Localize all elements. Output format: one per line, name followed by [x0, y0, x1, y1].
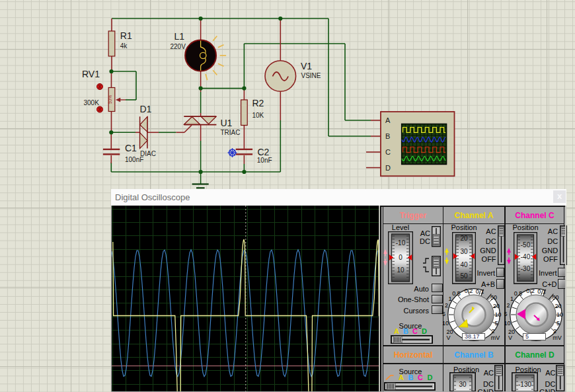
svg-text:10nF: 10nF: [257, 157, 272, 164]
svg-text:-50: -50: [521, 241, 531, 249]
svg-text:VSINE: VSINE: [301, 72, 321, 79]
svg-text:20: 20: [460, 235, 468, 242]
svg-text:B: B: [385, 132, 390, 140]
svg-text:C: C: [385, 148, 391, 156]
svg-text:50%: 50%: [108, 95, 112, 104]
svg-text:V1: V1: [301, 61, 312, 71]
svg-text:D: D: [385, 164, 391, 172]
svg-text:U1: U1: [221, 118, 233, 128]
svg-text:D1: D1: [140, 104, 152, 114]
svg-text:TRIAC: TRIAC: [221, 129, 241, 136]
svg-text:300K: 300K: [84, 99, 100, 106]
svg-text:50: 50: [460, 272, 468, 280]
svg-text:-30: -30: [521, 265, 531, 272]
svg-text:220V: 220V: [171, 43, 186, 50]
svg-text:L1: L1: [174, 31, 185, 42]
svg-text:R1: R1: [120, 30, 132, 41]
svg-text:C1: C1: [125, 143, 137, 153]
svg-text:30: 30: [460, 248, 468, 255]
svg-text:4k: 4k: [120, 42, 128, 50]
svg-text:A: A: [385, 116, 391, 124]
svg-text:10: 10: [397, 266, 405, 274]
svg-text:10K: 10K: [252, 112, 264, 119]
svg-text:R2: R2: [252, 98, 264, 108]
svg-text:0: 0: [399, 254, 402, 261]
svg-text:30: 30: [459, 381, 467, 388]
svg-text:RV1: RV1: [82, 69, 100, 79]
svg-text:-40: -40: [521, 253, 531, 260]
svg-text:40: 40: [460, 261, 468, 268]
svg-text:-10: -10: [396, 239, 406, 247]
svg-text:100nF: 100nF: [125, 156, 143, 163]
